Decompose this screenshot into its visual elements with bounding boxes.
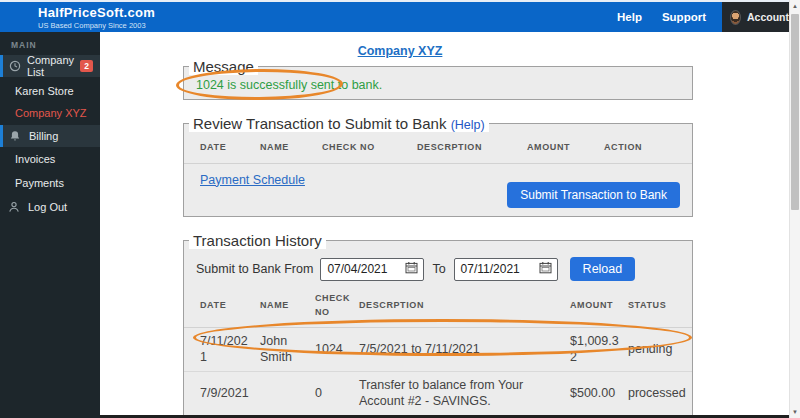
from-date-label: Submit to Bank From	[196, 262, 313, 276]
cell-amount: $500.00	[566, 372, 624, 416]
cell-name: John Smith	[256, 328, 311, 372]
payment-schedule-link[interactable]: Payment Schedule	[200, 173, 305, 187]
history-table: DATE NAME CHECK NO DESCRPTION AMOUNT STA…	[184, 283, 692, 418]
column-header: DESCRPTION	[355, 283, 566, 328]
logout-person-icon	[8, 201, 22, 213]
review-section: Review Transaction to Submit to Bank (He…	[183, 115, 693, 217]
column-header: CHECK NO	[311, 283, 355, 328]
logo-subtitle: US Based Company Since 2003	[38, 21, 155, 30]
sidebar-item-log-out[interactable]: Log Out	[0, 196, 100, 218]
sidebar-item-company-xyz[interactable]: Company XYZ	[0, 103, 100, 123]
sidebar-item-billing[interactable]: Billing	[0, 125, 100, 147]
logo: HalfPriceSoft.com US Based Company Since…	[38, 5, 155, 30]
scrollbar-down-arrow-icon[interactable]: ▼	[790, 409, 800, 415]
sidebar-item-label: Payments	[15, 177, 64, 189]
sidebar-item-company-list[interactable]: Company List 2	[0, 55, 100, 77]
reload-button[interactable]: Reload	[570, 257, 636, 281]
cell-check-no: 0	[311, 372, 355, 416]
review-table-header-row: DATE NAME CHECK NO DESCRPTION AMOUNT ACT…	[184, 132, 692, 163]
sidebar-item-label: Company List	[27, 54, 80, 78]
sidebar-item-label: Karen Store	[15, 85, 74, 97]
scrollbar-up-arrow-icon[interactable]: ▲	[790, 3, 800, 9]
company-count-badge: 2	[80, 60, 93, 73]
review-table: DATE NAME CHECK NO DESCRPTION AMOUNT ACT…	[184, 132, 692, 164]
top-navigation-bar: HalfPriceSoft.com US Based Company Since…	[0, 2, 789, 32]
column-header: AMOUNT	[523, 132, 600, 163]
column-header: NAME	[256, 283, 311, 328]
account-menu[interactable]: Account	[722, 2, 789, 32]
from-date-value: 07/04/2021	[327, 262, 387, 276]
message-legend: Message	[189, 58, 258, 75]
column-header: ACTION	[600, 132, 692, 163]
cell-date: 7/9/2021	[184, 372, 256, 416]
sidebar-item-label: Invoices	[15, 153, 55, 165]
sidebar: MAIN Company List 2 Karen Store Company …	[0, 32, 100, 418]
sidebar-section-label: MAIN	[0, 32, 100, 50]
sidebar-item-invoices[interactable]: Invoices	[0, 149, 100, 169]
from-date-input[interactable]: 07/04/2021	[320, 258, 424, 281]
submit-transaction-button[interactable]: Submit Transaction to Bank	[507, 182, 680, 208]
column-header: STATUS	[624, 283, 692, 328]
review-legend: Review Transaction to Submit to Bank (He…	[189, 115, 489, 132]
review-help-link[interactable]: (Help)	[451, 118, 485, 132]
cell-check-no: 1024	[311, 328, 355, 372]
app-window: HalfPriceSoft.com US Based Company Since…	[0, 0, 800, 418]
sidebar-item-label: Billing	[29, 130, 58, 142]
table-row: 7/11/2021 John Smith 1024 7/5/2021 to 7/…	[184, 328, 692, 372]
billing-icon	[9, 130, 23, 142]
scrollbar-thumb[interactable]	[791, 14, 799, 210]
to-date-input[interactable]: 07/11/2021	[454, 258, 558, 281]
cell-amount: $1,009.32	[566, 328, 624, 372]
sidebar-item-label: Log Out	[28, 201, 67, 213]
to-date-label: To	[432, 262, 445, 276]
cell-description: 7/5/2021 to 7/11/2021	[355, 328, 566, 372]
transaction-history-section: Transaction History Submit to Bank From …	[183, 232, 693, 418]
company-xyz-link[interactable]: Company XYZ	[358, 44, 443, 58]
sidebar-item-karen-store[interactable]: Karen Store	[0, 81, 100, 101]
column-header: NAME	[256, 132, 318, 163]
column-header: DESCRPTION	[413, 132, 523, 163]
history-table-header-row: DATE NAME CHECK NO DESCRPTION AMOUNT STA…	[184, 283, 692, 328]
cell-date: 7/11/2021	[184, 328, 256, 372]
column-header: DATE	[184, 132, 256, 163]
topbar-right-group: Help Support Account	[617, 2, 789, 32]
column-header: DATE	[184, 283, 256, 328]
cell-description: Transfer to balance from Your Account #2…	[355, 372, 566, 416]
logo-title: HalfPriceSoft.com	[38, 5, 155, 20]
history-legend: Transaction History	[189, 232, 326, 249]
column-header: AMOUNT	[566, 283, 624, 328]
vertical-scrollbar[interactable]: ▲ ▼	[789, 0, 800, 418]
account-label: Account	[747, 11, 789, 23]
history-filter-row: Submit to Bank From 07/04/2021 To 07/11/…	[184, 249, 692, 283]
page-title: Company XYZ	[100, 41, 700, 59]
cell-name	[256, 372, 311, 416]
table-row: 7/9/2021 0 Transfer to balance from Your…	[184, 372, 692, 416]
support-link[interactable]: Support	[662, 11, 706, 23]
success-message: 1024 is successfully sent to bank.	[184, 75, 692, 92]
calendar-icon[interactable]	[405, 261, 418, 277]
sidebar-item-payments[interactable]: Payments	[0, 173, 100, 193]
calendar-icon[interactable]	[539, 261, 552, 277]
main-content: Company XYZ Message 1024 is successfully…	[100, 32, 789, 418]
sidebar-item-label: Company XYZ	[15, 107, 87, 119]
column-header: CHECK NO	[318, 132, 413, 163]
avatar	[730, 10, 741, 25]
help-link[interactable]: Help	[617, 11, 642, 23]
review-legend-text: Review Transaction to Submit to Bank	[193, 115, 446, 132]
to-date-value: 07/11/2021	[461, 262, 520, 276]
dashboard-icon	[9, 60, 21, 72]
cell-status: pending	[624, 328, 692, 372]
message-section: Message 1024 is successfully sent to ban…	[183, 58, 693, 100]
cell-status: processed	[624, 372, 692, 416]
